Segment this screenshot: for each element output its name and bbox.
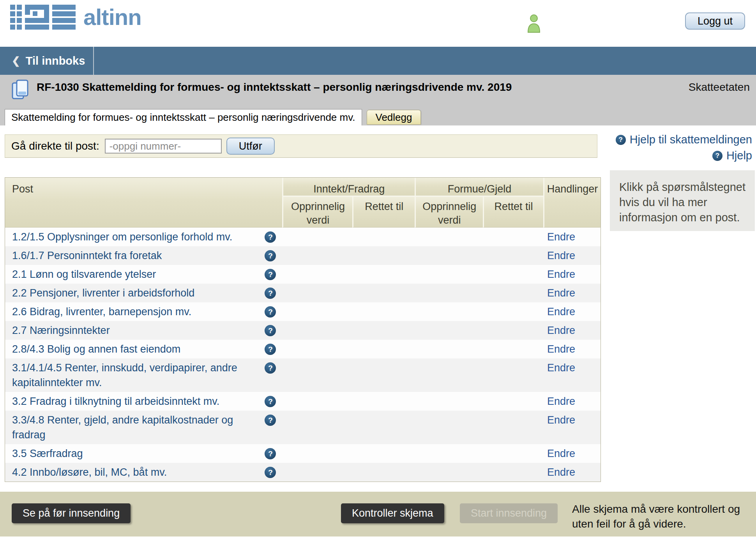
form-title: RF-1030 Skattemelding for formues- og in…	[37, 81, 512, 94]
wealth-original-cell	[415, 463, 483, 482]
altinn-logo: altinn	[10, 4, 141, 30]
wealth-corrected-cell	[483, 392, 543, 411]
question-icon[interactable]: ?	[265, 250, 276, 261]
question-icon[interactable]: ?	[265, 306, 276, 318]
question-icon[interactable]: ?	[265, 288, 276, 299]
post-link[interactable]: 3.3/4.8 Renter, gjeld, andre kapitalkost…	[12, 413, 261, 442]
wealth-original-cell	[415, 302, 483, 321]
question-icon[interactable]: ?	[265, 269, 276, 280]
endre-link[interactable]: Endre	[547, 325, 575, 336]
income-corrected-cell	[352, 321, 415, 340]
post-link[interactable]: 4.2 Innbo/løsøre, bil, MC, båt mv.	[12, 465, 261, 480]
income-corrected-cell	[352, 284, 415, 302]
wealth-original-cell	[415, 358, 483, 392]
table-row: 3.5 Særfradrag ? Endre	[5, 444, 601, 463]
endre-link[interactable]: Endre	[547, 466, 575, 478]
endre-link[interactable]: Endre	[547, 448, 575, 459]
income-corrected-cell	[352, 392, 415, 411]
post-link[interactable]: 2.7 Næringsinntekter	[12, 323, 261, 338]
endre-link[interactable]: Endre	[547, 268, 575, 280]
endre-link[interactable]: Endre	[547, 362, 575, 374]
table-row: 2.8/4.3 Bolig og annen fast eiendom ? En…	[5, 340, 601, 358]
wealth-corrected-cell	[483, 444, 543, 463]
wealth-corrected-cell	[483, 228, 543, 246]
column-group-income: Inntekt/Fradrag	[282, 178, 415, 196]
question-icon[interactable]: ?	[265, 344, 276, 355]
endre-link[interactable]: Endre	[547, 287, 575, 299]
endre-link[interactable]: Endre	[547, 414, 575, 426]
post-link[interactable]: 2.1 Lønn og tilsvarende ytelser	[12, 267, 261, 282]
question-icon[interactable]: ?	[265, 467, 276, 478]
tab-strip: Skattemelding for formues- og inntektssk…	[5, 109, 421, 125]
question-icon[interactable]: ?	[265, 448, 276, 459]
tab-attachments[interactable]: Vedlegg	[367, 110, 421, 125]
back-to-inbox-link[interactable]: ❮ Til innboks	[12, 47, 85, 75]
table-row: 3.3/4.8 Renter, gjeld, andre kapitalkost…	[5, 411, 601, 444]
start-submission-button[interactable]: Start innsending	[460, 503, 558, 523]
endre-link[interactable]: Endre	[547, 306, 575, 318]
post-link[interactable]: 1.6/1.7 Personinntekt fra foretak	[12, 248, 261, 263]
table-row: 1.2/1.5 Opplysninger om personlige forho…	[5, 228, 601, 246]
income-corrected-cell	[352, 246, 415, 265]
question-icon[interactable]: ?	[265, 325, 276, 336]
income-corrected-cell	[352, 444, 415, 463]
question-icon[interactable]: ?	[265, 396, 276, 407]
income-corrected-cell	[352, 463, 415, 482]
question-icon[interactable]: ?	[265, 362, 276, 374]
logout-button[interactable]: Logg ut	[685, 12, 745, 30]
wealth-corrected-cell	[483, 463, 543, 482]
wealth-original-cell	[415, 284, 483, 302]
post-link[interactable]: 3.2 Fradrag i tilknytning til arbeidsinn…	[12, 394, 261, 409]
form-header-bar: RF-1030 Skattemelding for formues- og in…	[0, 75, 756, 125]
endre-link[interactable]: Endre	[547, 250, 575, 261]
check-form-button[interactable]: Kontroller skjema	[341, 503, 444, 523]
preview-before-submit-button[interactable]: Se på før innsending	[12, 503, 131, 523]
goto-post-label: Gå direkte til post:	[11, 140, 99, 152]
wealth-original-cell	[415, 444, 483, 463]
wealth-corrected-cell	[483, 321, 543, 340]
back-chevron-icon: ❮	[12, 55, 20, 67]
endre-link[interactable]: Endre	[547, 343, 575, 355]
nav-divider	[93, 47, 94, 75]
wealth-original-cell	[415, 228, 483, 246]
post-link[interactable]: 3.1/4.1/4.5 Renter, innskudd, verdipapir…	[12, 360, 261, 390]
income-corrected-cell	[352, 228, 415, 246]
post-link[interactable]: 1.2/1.5 Opplysninger om personlige forho…	[12, 229, 261, 244]
column-group-wealth: Formue/Gjeld	[415, 178, 543, 196]
wealth-corrected-cell	[483, 358, 543, 392]
help-link[interactable]: ? Hjelp	[712, 149, 752, 162]
goto-submit-button[interactable]: Utfør	[226, 138, 275, 155]
question-icon[interactable]: ?	[265, 231, 276, 243]
table-row: 3.2 Fradrag i tilknytning til arbeidsinn…	[5, 392, 601, 411]
wealth-corrected-cell	[483, 265, 543, 284]
wealth-original-cell	[415, 392, 483, 411]
income-original-cell	[282, 246, 352, 265]
goto-post-input[interactable]	[105, 139, 222, 154]
subheader-income-corrected: Rettet til	[352, 196, 415, 228]
question-icon[interactable]: ?	[265, 415, 276, 426]
endre-link[interactable]: Endre	[547, 395, 575, 407]
table-row: 2.1 Lønn og tilsvarende ytelser ? Endre	[5, 265, 601, 284]
income-original-cell	[282, 340, 352, 358]
goto-post-panel: Gå direkte til post: Utfør	[5, 134, 597, 158]
tab-main-form[interactable]: Skattemelding for formues- og inntektssk…	[5, 109, 362, 125]
income-original-cell	[282, 302, 352, 321]
wealth-original-cell	[415, 246, 483, 265]
post-link[interactable]: 2.6 Bidrag, livrenter, barnepensjon mv.	[12, 304, 261, 319]
post-link[interactable]: 2.2 Pensjoner, livrenter i arbeidsforhol…	[12, 286, 261, 300]
income-original-cell	[282, 411, 352, 444]
form-help-link[interactable]: ? Hjelp til skattemeldingen	[616, 133, 752, 146]
income-original-cell	[282, 284, 352, 302]
endre-link[interactable]: Endre	[547, 231, 575, 243]
footer-bar: Se på før innsending Kontroller skjema S…	[0, 492, 756, 536]
income-original-cell	[282, 444, 352, 463]
income-corrected-cell	[352, 265, 415, 284]
subheader-wealth-original: Opprinnelig verdi	[415, 196, 483, 228]
post-link[interactable]: 2.8/4.3 Bolig og annen fast eiendom	[12, 342, 261, 356]
user-avatar-icon[interactable]	[527, 14, 541, 33]
wealth-corrected-cell	[483, 246, 543, 265]
post-link[interactable]: 3.5 Særfradrag	[12, 446, 261, 461]
agency-label: Skatteetaten	[689, 81, 750, 94]
help-links: ? Hjelp til skattemeldingen ? Hjelp	[616, 133, 752, 162]
income-corrected-cell	[352, 411, 415, 444]
